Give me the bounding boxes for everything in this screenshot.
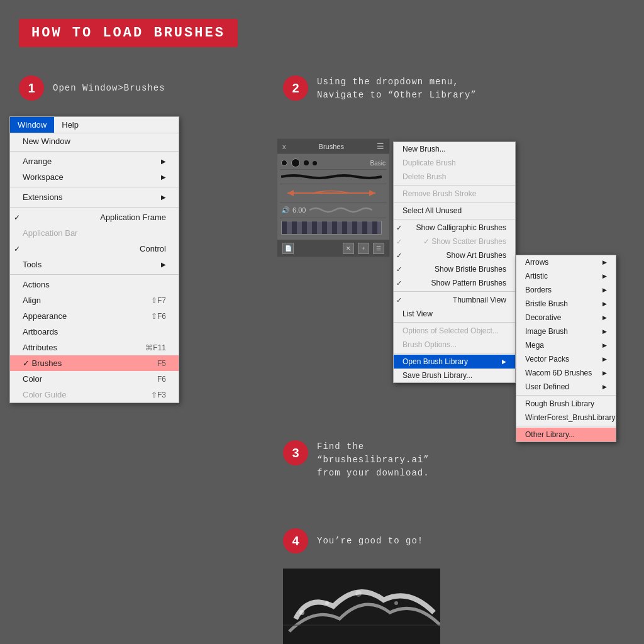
sub-other-library[interactable]: Other Library...	[516, 428, 616, 441]
menu-align[interactable]: Align ⇧F7	[10, 292, 179, 308]
ctx-save-brush-library[interactable]: Save Brush Library...	[394, 369, 515, 382]
sub-mega[interactable]: Mega	[516, 338, 616, 352]
step1-label: Open Window>Brushes	[53, 82, 165, 95]
ctx-sep6	[394, 353, 515, 353]
svg-point-1	[299, 610, 304, 615]
menu-attributes[interactable]: Attributes ⌘F11	[10, 340, 179, 355]
title-text: HOW TO LOAD BRUSHES	[31, 25, 225, 41]
ctx-show-scatter[interactable]: ✓ Show Scatter Brushes	[394, 235, 515, 248]
ctx-sep5	[394, 322, 515, 323]
footer-icon-menu2[interactable]: ☰	[373, 243, 384, 254]
menu-app-frame[interactable]: Application Frame	[10, 209, 179, 225]
sep1	[10, 151, 179, 152]
context-menu: New Brush... Duplicate Brush Delete Brus…	[393, 142, 516, 383]
brush-row-2	[280, 170, 387, 184]
ctx-sep3	[394, 219, 515, 219]
ctx-thumbnail-view[interactable]: Thumbnail View	[394, 293, 515, 307]
ctx-show-calligraphic[interactable]: Show Calligraphic Brushes	[394, 221, 515, 235]
brush-dot-1	[281, 160, 287, 166]
sub-sep1	[516, 395, 616, 396]
ctx-list-view[interactable]: List View	[394, 307, 515, 321]
bottom-image	[283, 569, 440, 644]
step3-circle: 3	[283, 440, 308, 465]
step1-container: 1 Open Window>Brushes	[19, 75, 165, 101]
sub-rough-brush[interactable]: Rough Brush Library	[516, 397, 616, 411]
sub-user-defined[interactable]: User Defined	[516, 380, 616, 394]
ctx-duplicate-brush: Duplicate Brush	[394, 156, 515, 170]
svg-point-4	[394, 601, 398, 605]
step3-container: 3 Find the “brusheslibrary.ai” from your…	[283, 440, 430, 480]
ctx-delete-brush: Delete Brush	[394, 170, 515, 184]
sep2	[10, 187, 179, 187]
sub-winterforest[interactable]: WinterForest_BrushLibrary	[516, 411, 616, 425]
brushes-panel-footer: 📄 ✕ + ☰	[277, 240, 389, 257]
menu-color-guide[interactable]: Color Guide ⇧F3	[10, 387, 179, 402]
step3-label: Find the “brusheslibrary.ai” from your d…	[317, 440, 430, 480]
brush-row-4: 🔊 6.00	[280, 203, 387, 218]
menu-arrange[interactable]: Arrange	[10, 153, 179, 169]
sub-artistic[interactable]: Artistic	[516, 269, 616, 283]
brushes-panel-title: Brushes	[286, 143, 377, 150]
step4-label: You’re good to go!	[317, 535, 423, 548]
ctx-show-pattern[interactable]: Show Pattern Brushes	[394, 276, 515, 290]
menu-window[interactable]: Window	[10, 117, 54, 133]
sep4	[10, 274, 179, 275]
window-menu: Window Help New Window Arrange Workspace…	[9, 116, 179, 403]
sub-decorative[interactable]: Decorative	[516, 311, 616, 325]
menu-app-bar[interactable]: Application Bar	[10, 225, 179, 241]
menu-tools[interactable]: Tools	[10, 257, 179, 272]
ctx-new-brush[interactable]: New Brush...	[394, 142, 515, 156]
sub-image-brush[interactable]: Image Brush	[516, 325, 616, 338]
ctx-select-unused[interactable]: Select All Unused	[394, 204, 515, 218]
menu-brushes[interactable]: ✓ Brushes F5	[10, 355, 179, 371]
title-banner: HOW TO LOAD BRUSHES	[19, 19, 238, 47]
brushes-panel-menu-btn[interactable]: ☰	[377, 142, 384, 151]
sub-bristle-brush[interactable]: Bristle Brush	[516, 297, 616, 311]
ctx-sep2	[394, 202, 515, 203]
menu-extensions[interactable]: Extensions	[10, 189, 179, 205]
brush-dot-4	[313, 161, 317, 165]
step4-container: 4 You’re good to go!	[283, 528, 423, 553]
sub-vector-packs[interactable]: Vector Packs	[516, 352, 616, 366]
ctx-remove-stroke: Remove Brush Stroke	[394, 187, 515, 201]
brush-dot-2	[291, 158, 300, 167]
step1-circle: 1	[19, 75, 44, 101]
brush-row-3	[280, 184, 387, 203]
step2-container: 2 Using the dropdown menu, Navigate to “…	[283, 75, 477, 102]
sub-borders[interactable]: Borders	[516, 283, 616, 297]
menu-color[interactable]: Color F6	[10, 371, 179, 387]
menu-new-window[interactable]: New Window	[10, 133, 179, 149]
svg-point-3	[355, 591, 362, 597]
menu-control[interactable]: Control	[10, 241, 179, 257]
menu-header-bar: Window Help	[10, 117, 179, 133]
sub-wacom[interactable]: Wacom 6D Brushes	[516, 366, 616, 380]
step2-circle: 2	[283, 75, 308, 101]
sub-arrows[interactable]: Arrows	[516, 255, 616, 269]
menu-artboards[interactable]: Artboards	[10, 324, 179, 340]
brush-library-submenu: Arrows Artistic Borders Bristle Brush De…	[516, 255, 616, 442]
brushes-panel: x Brushes ☰ Basic	[277, 138, 390, 257]
menu-appearance[interactable]: Appearance ⇧F6	[10, 308, 179, 324]
ctx-show-bristle[interactable]: Show Bristle Brushes	[394, 262, 515, 276]
menu-help[interactable]: Help	[54, 117, 86, 133]
brushes-panel-header: x Brushes ☰	[277, 139, 389, 154]
ctx-sep1	[394, 185, 515, 186]
ctx-sep4	[394, 291, 515, 292]
footer-icon-page[interactable]: 📄	[282, 243, 294, 254]
footer-icon-del[interactable]: ✕	[343, 243, 354, 254]
brush-basic-label: Basic	[321, 160, 386, 167]
brush-dot-3	[304, 160, 309, 165]
step4-circle: 4	[283, 528, 308, 553]
sep3	[10, 207, 179, 208]
brush-row-5	[280, 218, 387, 237]
footer-icon-new[interactable]: +	[358, 243, 369, 254]
ctx-show-art[interactable]: Show Art Brushes	[394, 248, 515, 262]
svg-point-2	[325, 601, 329, 605]
menu-workspace[interactable]: Workspace	[10, 169, 179, 185]
ctx-open-brush-library[interactable]: Open Brush Library	[394, 355, 515, 369]
ctx-options-selected: Options of Selected Object...	[394, 324, 515, 338]
menu-actions[interactable]: Actions	[10, 277, 179, 292]
step2-label: Using the dropdown menu, Navigate to “Ot…	[317, 75, 477, 102]
sub-sep2	[516, 426, 616, 426]
ctx-brush-options: Brush Options...	[394, 338, 515, 352]
